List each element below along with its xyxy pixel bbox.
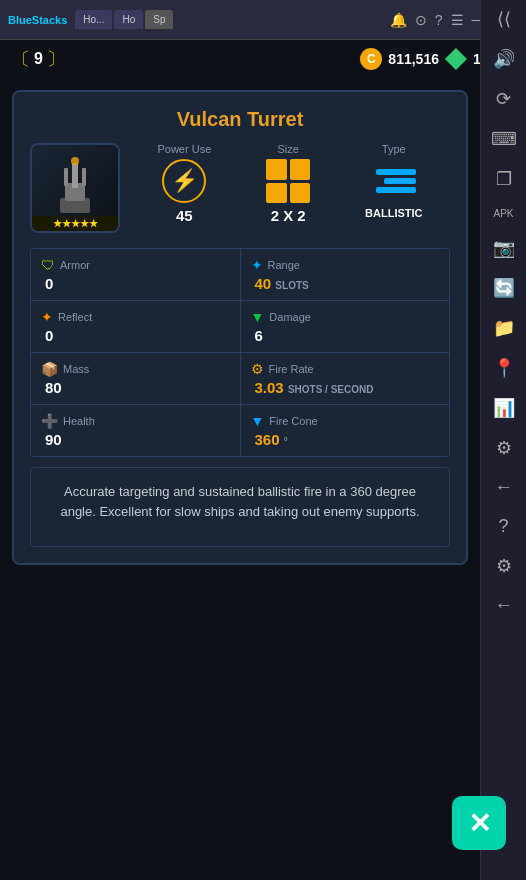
sidebar-gear-icon[interactable]: ⚙ (496, 437, 512, 459)
stat-reflect: ✦ Reflect 0 (31, 301, 240, 352)
stat-damage: ▼ Damage 6 (241, 301, 450, 352)
armor-icon: 🛡 (41, 257, 55, 273)
sidebar-exit-icon[interactable]: ← (495, 595, 513, 616)
type-label: Type (382, 143, 406, 155)
sidebar-help-icon[interactable]: ? (498, 516, 508, 537)
stat-reflect-header: ✦ Reflect (41, 309, 230, 325)
firecone-sub: ° (284, 436, 288, 447)
range-value: 40 SLOTS (251, 275, 440, 292)
level-badge: 〔 9 〕 (12, 47, 65, 71)
sidebar-camera-icon[interactable]: 📷 (493, 237, 515, 259)
stat-range: ✦ Range 40 SLOTS (241, 249, 450, 300)
stat-range-header: ✦ Range (251, 257, 440, 273)
damage-label: Damage (269, 311, 311, 323)
coin-icon: C (360, 48, 382, 70)
firecone-label: Fire Cone (269, 415, 317, 427)
bluestacks-logo: BlueStacks (8, 14, 67, 26)
stat-health-header: ➕ Health (41, 413, 230, 429)
sidebar-refresh-icon[interactable]: 🔄 (493, 277, 515, 299)
firerate-value: 3.03 SHOTS / SECOND (251, 379, 440, 396)
power-label: Power Use (157, 143, 211, 155)
sidebar-folder-icon[interactable]: 📁 (493, 317, 515, 339)
stat-health: ➕ Health 90 (31, 405, 240, 456)
damage-icon: ▼ (251, 309, 265, 325)
firerate-icon: ⚙ (251, 361, 264, 377)
sidebar-expand-icon[interactable]: ⟨⟨ (497, 8, 511, 30)
top-bar: BlueStacks Ho... Ho Sp 🔔 ⊙ ? ☰ ─ □ ✕ (0, 0, 526, 40)
game-bar: 〔 9 〕 C 811,516 148 + (0, 40, 526, 78)
type-icon (372, 159, 416, 203)
health-icon: ➕ (41, 413, 58, 429)
stat-firecone: ▼ Fire Cone 360 ° (241, 405, 450, 456)
turret-svg (40, 153, 110, 223)
bell-icon[interactable]: 🔔 (390, 12, 407, 28)
stat-armor: 🛡 Armor 0 (31, 249, 240, 300)
specs-row: Power Use ⚡ 45 Size 2 X 2 (130, 143, 450, 224)
firecone-value: 360 ° (251, 431, 440, 448)
sidebar-copy-icon[interactable]: ❐ (496, 168, 512, 190)
health-label: Health (63, 415, 95, 427)
stat-firerate-header: ⚙ Fire Rate (251, 361, 440, 377)
item-card: Vulcan Turret (12, 90, 468, 565)
card-title: Vulcan Turret (30, 108, 450, 131)
health-value: 90 (41, 431, 230, 448)
weapon-badge: ★★★★★ (32, 216, 118, 231)
tab-home2[interactable]: Ho (114, 10, 143, 29)
sidebar-chart-icon[interactable]: 📊 (493, 397, 515, 419)
armor-value: 0 (41, 275, 230, 292)
tab-sp[interactable]: Sp (145, 10, 173, 29)
damage-value: 6 (251, 327, 440, 344)
armor-label: Armor (60, 259, 90, 271)
stat-mass: 📦 Mass 80 (31, 353, 240, 404)
range-icon: ✦ (251, 257, 263, 273)
stats-grid: 🛡 Armor 0 ✦ Range 40 SLOTS ✦ Reflect (30, 248, 450, 457)
specs-panel: Power Use ⚡ 45 Size 2 X 2 (130, 143, 450, 238)
svg-rect-2 (72, 163, 78, 188)
sidebar-rotate-icon[interactable]: ⟳ (496, 88, 511, 110)
firerate-label: Fire Rate (269, 363, 314, 375)
stat-damage-header: ▼ Damage (251, 309, 440, 325)
sidebar-back-icon[interactable]: ← (495, 477, 513, 498)
range-sub: SLOTS (275, 280, 308, 291)
svg-rect-4 (82, 168, 86, 186)
power-icon: ⚡ (162, 159, 206, 203)
firerate-sub: SHOTS / SECOND (288, 384, 374, 395)
reflect-label: Reflect (58, 311, 92, 323)
stat-mass-header: 📦 Mass (41, 361, 230, 377)
power-value: 45 (176, 207, 193, 224)
mass-icon: 📦 (41, 361, 58, 377)
coin-amount: 811,516 (388, 51, 439, 67)
sidebar-settings-icon[interactable]: ⚙ (496, 555, 512, 577)
size-icon (266, 159, 310, 203)
right-sidebar: ⟨⟨ 🔊 ⟳ ⌨ ❐ APK 📷 🔄 📁 📍 📊 ⚙ ← ? ⚙ ← (480, 0, 526, 880)
size-value: 2 X 2 (271, 207, 306, 224)
level-number: 9 (34, 50, 43, 68)
mass-value: 80 (41, 379, 230, 396)
svg-rect-3 (64, 168, 68, 186)
wings-right-icon: 〕 (47, 47, 65, 71)
sidebar-keyboard-icon[interactable]: ⌨ (491, 128, 517, 150)
weapon-image: ★★★★★ (30, 143, 120, 233)
size-label: Size (277, 143, 298, 155)
coin-icon-top[interactable]: ⊙ (415, 12, 427, 28)
main-content: Vulcan Turret (0, 78, 480, 880)
type-value: BALLISTIC (365, 207, 422, 219)
reflect-value: 0 (41, 327, 230, 344)
svg-point-5 (71, 157, 79, 165)
sidebar-volume-icon[interactable]: 🔊 (493, 48, 515, 70)
reflect-icon: ✦ (41, 309, 53, 325)
spec-type: Type BALLISTIC (365, 143, 422, 219)
sidebar-location-icon[interactable]: 📍 (493, 357, 515, 379)
mass-label: Mass (63, 363, 89, 375)
tab-home1[interactable]: Ho... (75, 10, 112, 29)
stat-armor-header: 🛡 Armor (41, 257, 230, 273)
top-tabs: Ho... Ho Sp (75, 10, 390, 29)
close-icon: ✕ (468, 807, 491, 840)
close-button[interactable]: ✕ (452, 796, 506, 850)
menu-icon[interactable]: ☰ (451, 12, 464, 28)
question-icon[interactable]: ? (435, 12, 443, 28)
spec-power: Power Use ⚡ 45 (157, 143, 211, 224)
sidebar-apk-icon[interactable]: APK (493, 208, 513, 219)
item-description: Accurate targeting and sustained ballist… (30, 467, 450, 547)
spec-size: Size 2 X 2 (266, 143, 310, 224)
